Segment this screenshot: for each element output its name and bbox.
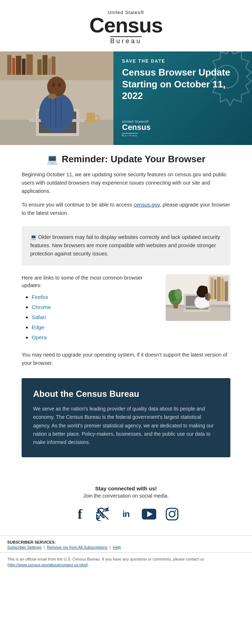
chrome-link[interactable]: Chrome (32, 304, 51, 310)
svg-point-26 (216, 65, 238, 88)
hero-logo-census: Census (122, 123, 243, 131)
svg-point-16 (39, 93, 74, 132)
official-footer: This is an official email from the U.S. … (0, 552, 252, 572)
browser-list: Firefox Chrome Safari Edge Opera (22, 294, 158, 341)
svg-rect-4 (16, 56, 21, 75)
browser-section: Here are links to some of the most commo… (22, 274, 230, 345)
info-box: 💻 Older browsers may fail to display web… (22, 226, 230, 266)
info-box-text: Older browsers may fail to display websi… (30, 234, 220, 257)
remove-subscriptions-link[interactable]: Remove me from All Subscriptions (47, 545, 107, 549)
svg-rect-6 (26, 54, 33, 75)
stay-connected: Stay connected with us! (7, 485, 245, 491)
svg-rect-51 (166, 508, 178, 520)
gear-decoration (194, 51, 252, 109)
hero-logo-small: United States® Census Bureau (122, 120, 243, 138)
svg-rect-10 (48, 58, 51, 75)
social-section: Stay connected with us! Join the convers… (0, 477, 252, 535)
email-container: United States® Census Bureau (0, 0, 252, 644)
list-item: Safari (32, 314, 158, 321)
subscriber-footer: SUBSCRIBER SERVICES: Subscriber Settings… (0, 535, 252, 552)
header: United States® Census Bureau (0, 0, 252, 51)
svg-rect-31 (214, 280, 216, 299)
help-link[interactable]: Help (113, 545, 121, 549)
info-box-icon: 💻 (30, 234, 37, 240)
woman-desk-image (166, 274, 230, 321)
subscriber-settings-link[interactable]: Subscriber Settings (7, 545, 41, 549)
svg-point-52 (169, 511, 175, 517)
browser-list-column: Here are links to some of the most commo… (22, 274, 158, 345)
svg-rect-7 (33, 57, 37, 75)
about-title: About the Census Bureau (33, 389, 219, 399)
upgrade-note: You may need to upgrade your operating s… (22, 351, 230, 367)
svg-rect-8 (37, 59, 42, 75)
join-convo: Join the conversation on social media. (7, 493, 245, 499)
edge-link[interactable]: Edge (32, 324, 44, 330)
svg-point-53 (175, 510, 176, 512)
body-paragraph-2: To ensure you will continue to be able t… (22, 201, 230, 217)
browser-image-column (166, 274, 230, 321)
social-icons: f 𝕏 in (7, 506, 245, 522)
safari-link[interactable]: Safari (32, 314, 46, 320)
hero-text-right: SAVE THE DATE Census Browser Update Star… (113, 51, 252, 145)
svg-point-42 (175, 289, 182, 299)
separator-1: | (44, 545, 45, 549)
hero-image-left (0, 51, 113, 145)
svg-rect-2 (7, 55, 12, 75)
woman-desk-svg (166, 274, 230, 321)
svg-rect-32 (217, 277, 221, 301)
instagram-icon[interactable] (164, 506, 180, 522)
svg-point-20 (58, 83, 61, 87)
browser-links-intro: Here are links to some of the most commo… (22, 274, 158, 290)
list-item: Opera (32, 334, 158, 341)
main-content: 💻 Reminder: Update Your Browser Beginnin… (0, 145, 252, 477)
firefox-link[interactable]: Firefox (32, 294, 48, 300)
svg-rect-11 (51, 56, 55, 75)
separator-2: | (109, 545, 111, 549)
svg-point-18 (47, 77, 66, 97)
hero-banner: SAVE THE DATE Census Browser Update Star… (0, 51, 252, 145)
linkedin-icon[interactable]: in (118, 506, 134, 522)
section-title: 💻 Reminder: Update Your Browser (22, 154, 230, 165)
about-box: About the Census Bureau We serve as the … (22, 378, 230, 457)
section-title-text: Reminder: Update Your Browser (62, 154, 205, 165)
svg-rect-33 (221, 278, 224, 301)
about-text: We serve as the nation's leading provide… (33, 405, 219, 446)
census-logo: United States® Census Bureau (7, 10, 245, 44)
svg-rect-5 (22, 59, 26, 75)
contact-us-link[interactable]: http://www.census.gov/about/contact-us.h… (9, 563, 87, 567)
facebook-icon[interactable]: f (72, 506, 88, 522)
list-item: Firefox (32, 294, 158, 300)
subscriber-label: SUBSCRIBER SERVICES: (7, 540, 56, 544)
body-paragraph-1: Beginning October 11, we are updating so… (22, 171, 230, 196)
logo-census: Census (7, 15, 245, 36)
list-item: Edge (32, 324, 158, 331)
logo-bureau: Bureau (110, 36, 142, 44)
hero-logo-bureau: Bureau (122, 133, 138, 137)
svg-rect-25 (86, 113, 95, 123)
census-gov-link[interactable]: census.gov (134, 202, 159, 208)
svg-point-19 (52, 83, 55, 87)
opera-link[interactable]: Opera (32, 334, 47, 340)
laptop-icon: 💻 (46, 154, 58, 165)
svg-rect-43 (174, 303, 178, 308)
official-footer-text: This is an official email from the U.S. … (7, 557, 204, 567)
twitter-icon[interactable]: 𝕏 (95, 506, 111, 522)
svg-point-21 (48, 94, 57, 99)
list-item: Chrome (32, 304, 158, 310)
youtube-icon[interactable] (141, 506, 157, 522)
svg-text:𝕏: 𝕏 (97, 509, 105, 520)
svg-rect-34 (225, 281, 228, 301)
svg-rect-3 (12, 58, 15, 75)
svg-rect-30 (211, 278, 213, 299)
svg-rect-9 (42, 55, 48, 75)
subscriber-links: Subscriber Settings | Remove me from All… (7, 545, 245, 549)
